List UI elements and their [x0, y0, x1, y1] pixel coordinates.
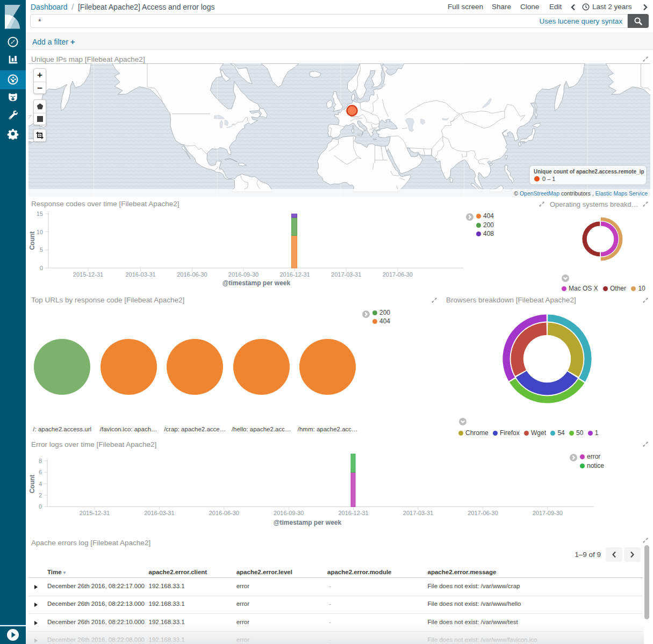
svg-text:2016-12-31: 2016-12-31 — [338, 510, 368, 516]
svg-text:8: 8 — [39, 458, 42, 464]
svg-text:0: 0 — [40, 265, 43, 271]
svg-text:5: 5 — [40, 247, 43, 253]
svg-text:0: 0 — [39, 503, 42, 510]
svg-text:2: 2 — [39, 492, 42, 498]
svg-text:2016-03-31: 2016-03-31 — [144, 510, 174, 516]
svg-text:2016-06-30: 2016-06-30 — [177, 271, 207, 278]
svg-text:2017-03-31: 2017-03-31 — [403, 510, 433, 516]
svg-text:2016-03-31: 2016-03-31 — [125, 271, 155, 278]
svg-text:@timestamp per week: @timestamp per week — [223, 279, 291, 287]
svg-text:Count: Count — [28, 231, 36, 250]
svg-text:2017-03-31: 2017-03-31 — [331, 271, 361, 278]
svg-text:2017-09-30: 2017-09-30 — [533, 510, 563, 516]
svg-text:2017-06-30: 2017-06-30 — [383, 271, 413, 278]
svg-text:@timestamp per week: @timestamp per week — [274, 519, 342, 526]
svg-text:2016-09-30: 2016-09-30 — [274, 510, 304, 516]
svg-text:2016-06-30: 2016-06-30 — [209, 510, 239, 516]
svg-text:2015-12-31: 2015-12-31 — [73, 271, 103, 278]
svg-text:2015-12-31: 2015-12-31 — [80, 510, 110, 516]
svg-text:2017-06-30: 2017-06-30 — [468, 510, 498, 516]
svg-text:4: 4 — [39, 481, 42, 487]
svg-text:2016-12-31: 2016-12-31 — [279, 271, 310, 278]
svg-text:Count: Count — [28, 475, 36, 494]
svg-text:2016-09-30: 2016-09-30 — [228, 271, 259, 278]
svg-text:15: 15 — [37, 211, 43, 217]
svg-text:6: 6 — [39, 469, 42, 475]
svg-text:10: 10 — [37, 229, 43, 235]
